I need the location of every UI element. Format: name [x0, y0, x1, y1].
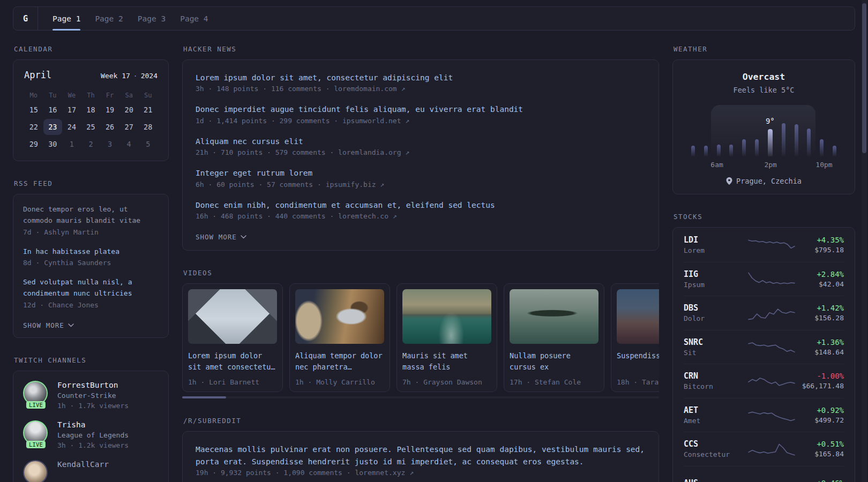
stocks-header: STOCKS: [674, 213, 855, 221]
video-meta: 17h · Stefan Cole: [510, 378, 598, 386]
hacker-news-card: Lorem ipsum dolor sit amet, consectetur …: [182, 59, 659, 251]
calendar-day: 25: [81, 119, 101, 135]
stock-id: SNRCSit: [684, 337, 742, 357]
hn-item-title[interactable]: Aliquam nec cursus elit: [196, 135, 646, 147]
stock-symbol: CRN: [684, 371, 742, 381]
nav-tab-page-3[interactable]: Page 3: [138, 7, 166, 30]
stock-sparkline: [748, 235, 795, 254]
twitch-channel-row[interactable]: KendallCarr: [23, 460, 159, 482]
videos-horizontal-scrollbar[interactable]: [182, 396, 659, 398]
stock-id: AHS: [684, 478, 742, 482]
stock-row: SNRCSit+1.36%$148.64: [684, 330, 844, 364]
live-badge: LIVE: [26, 401, 46, 409]
page-scrollbar[interactable]: [862, 0, 867, 482]
stock-sparkline: [748, 269, 795, 289]
video-card[interactable]: Nullam posuere cursus ex17h · Stefan Col…: [504, 283, 604, 392]
app-logo[interactable]: G: [13, 7, 38, 30]
calendar-day: 22: [24, 119, 43, 135]
hn-item-meta: 16h · 468 points · 440 comments · loremt…: [196, 212, 646, 220]
twitch-channel-name[interactable]: KendallCarr: [57, 460, 109, 469]
hn-show-more-button[interactable]: SHOW MORE: [196, 233, 246, 241]
stock-change: +0.46%: [798, 479, 844, 482]
video-card[interactable]: Lorem ipsum dolor sit amet consectetu…1h…: [182, 283, 283, 392]
list-item: Integer eget rutrum lorem6h · 60 points …: [196, 167, 646, 188]
rss-item-title[interactable]: Donec tempor eros leo, ut commodo mauris…: [23, 204, 159, 227]
video-title[interactable]: Suspendisse diam: [617, 350, 659, 373]
rss-item-title[interactable]: Sed volutpat nulla nisl, a condimentum n…: [23, 277, 159, 299]
weather-bar: [795, 124, 798, 156]
video-thumbnail-boat-wake-city-skyline: [402, 289, 491, 344]
weather-time-label: 10pm: [815, 161, 832, 169]
subreddit-post-title[interactable]: Maecenas mollis pulvinar erat non posuer…: [196, 443, 646, 468]
rss-item-title[interactable]: In hac habitasse platea: [23, 246, 159, 258]
stock-sparkline: [748, 405, 795, 425]
hn-item-title[interactable]: Integer eget rutrum lorem: [196, 167, 646, 179]
calendar-day-selected: 23: [43, 119, 63, 135]
weather-bars: 9°: [690, 103, 837, 156]
stock-name: Dolor: [684, 314, 742, 322]
stock-row: AETAmet+0.92%$499.72: [684, 398, 844, 432]
twitch-channel-info: KendallCarr: [57, 460, 109, 469]
stock-name: Ipsum: [684, 281, 742, 289]
calendar-widget: CALENDAR April Week 17·2024 MoTuWeThFrSa…: [13, 45, 169, 161]
twitch-channel-row[interactable]: LIVEForrestBurtonCounter-Strike1h · 1.7k…: [23, 381, 159, 410]
page-scrollbar-thumb[interactable]: [862, 3, 866, 153]
calendar-day: 17: [62, 102, 81, 118]
stock-sparkline: [748, 439, 795, 458]
rss-show-more-button[interactable]: SHOW MORE: [23, 321, 74, 329]
video-card[interactable]: Suspendisse diam18h · Tara: [611, 283, 659, 392]
hn-item-title[interactable]: Donec imperdiet augue tincidunt felis al…: [196, 103, 646, 115]
stock-change: +0.51%: [798, 440, 844, 448]
nav-tab-page-2[interactable]: Page 2: [95, 7, 123, 30]
weather-hourly-chart: 9°: [690, 103, 837, 156]
list-item: In hac habitasse platea8d · Cynthia Saun…: [23, 246, 159, 267]
subreddit-post-meta: 19h · 9,932 points · 1,090 comments · lo…: [196, 469, 646, 477]
stock-change: +0.92%: [798, 406, 844, 415]
video-title[interactable]: Aliquam tempor dolor nec pharetra…: [295, 350, 384, 373]
video-title[interactable]: Nullam posuere cursus ex: [510, 350, 598, 373]
twitch-channel-game: Counter-Strike: [57, 391, 129, 400]
stocks-card: LDILorem+4.35%$795.18IIGIpsum+2.84%$42.0…: [672, 227, 855, 482]
stock-values: +1.36%$148.64: [798, 338, 844, 356]
hn-item-title[interactable]: Donec enim nibh, condimentum et accumsan…: [196, 199, 646, 211]
rss-card: Donec tempor eros leo, ut commodo mauris…: [13, 194, 169, 338]
list-item: Donec enim nibh, condimentum et accumsan…: [196, 199, 646, 220]
weather-time-label: 2pm: [764, 161, 776, 169]
twitch-channel-name[interactable]: Trisha: [57, 420, 129, 429]
calendar-day: 3: [100, 136, 119, 152]
videos-scrollbar-thumb[interactable]: [182, 396, 226, 398]
nav-tab-page-4[interactable]: Page 4: [180, 7, 208, 30]
stock-price: $499.72: [798, 416, 844, 424]
top-nav: G Page 1Page 2Page 3Page 4: [13, 6, 855, 31]
twitch-widget: TWITCH CHANNELS LIVEForrestBurtonCounter…: [13, 356, 169, 482]
stocks-list: LDILorem+4.35%$795.18IIGIpsum+2.84%$42.0…: [684, 228, 844, 482]
twitch-channel-name[interactable]: ForrestBurton: [57, 381, 129, 389]
stock-symbol: AET: [684, 405, 742, 415]
weather-time-labels: 6am2pm10pm: [690, 160, 837, 170]
video-thumbnail-concrete-pillars-sky: [188, 289, 277, 344]
hn-item-title[interactable]: Lorem ipsum dolor sit amet, consectetur …: [196, 72, 646, 84]
rss-list: Donec tempor eros leo, ut commodo mauris…: [23, 204, 159, 309]
weather-card: Overcast Feels like 5°C 9° 6am2pm10pm Pr…: [672, 59, 855, 194]
video-card[interactable]: Mauris sit amet massa felis7h · Grayson …: [396, 283, 497, 392]
stock-price: $165.84: [798, 450, 844, 458]
stock-id: IIGIpsum: [684, 269, 742, 289]
nav-tab-page-1[interactable]: Page 1: [53, 7, 80, 30]
hacker-news-header: HACKER NEWS: [183, 45, 659, 53]
video-title[interactable]: Mauris sit amet massa felis: [402, 350, 491, 373]
weather-bar: [704, 146, 708, 156]
calendar-day: 27: [119, 119, 139, 135]
twitch-header: TWITCH CHANNELS: [14, 356, 169, 364]
subreddit-widget: /R/SUBREDDIT Maecenas mollis pulvinar er…: [182, 417, 659, 482]
list-item: Aliquam nec cursus elit21h · 710 points …: [196, 135, 646, 156]
list-item: Sed volutpat nulla nisl, a condimentum n…: [23, 277, 159, 309]
calendar-weekday: Th: [81, 89, 101, 102]
video-title[interactable]: Lorem ipsum dolor sit amet consectetu…: [188, 350, 277, 373]
video-card[interactable]: Aliquam tempor dolor nec pharetra…1h · M…: [289, 283, 390, 392]
calendar-week-year: Week 17·2024: [101, 72, 158, 80]
calendar-day: 21: [138, 102, 158, 118]
location-pin-icon: [726, 177, 732, 185]
videos-header: VIDEOS: [183, 269, 659, 277]
calendar-day: 24: [62, 119, 81, 135]
twitch-channel-row[interactable]: LIVETrishaLeague of Legends3h · 1.2k vie…: [23, 420, 159, 449]
